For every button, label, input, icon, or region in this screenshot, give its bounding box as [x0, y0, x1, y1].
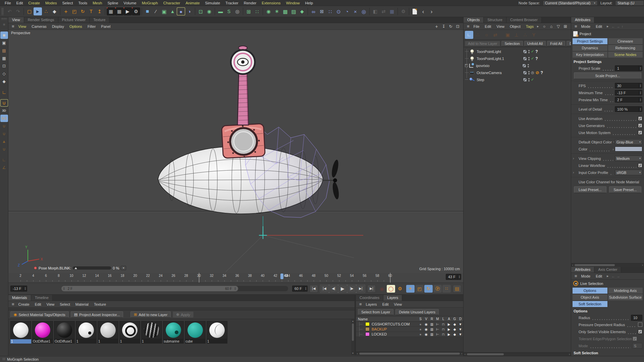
object-row[interactable]: ipovrixio — [464, 62, 571, 69]
goto-start-button[interactable]: |◀ — [310, 285, 318, 293]
visibility-dots-icon[interactable] — [528, 71, 530, 74]
selection-button[interactable]: Selection — [501, 41, 523, 46]
enabled-check-icon[interactable]: ✓ — [531, 77, 534, 82]
menu-tags[interactable]: Tags — [523, 24, 536, 28]
tab-picture-viewer[interactable]: Picture Viewer — [58, 17, 90, 23]
select-from-layer-button[interactable]: Select from Layer — [358, 309, 393, 315]
min-time-field[interactable]: -13 F ▴▾ — [10, 286, 27, 292]
apply-button[interactable]: ⊕Apply — [173, 311, 194, 318]
spline-arc-icon[interactable]: S — [225, 7, 233, 15]
voronoi-fracture-icon[interactable]: ▩ — [281, 7, 289, 15]
model-mode-icon[interactable]: ■ — [0, 32, 8, 39]
periscope[interactable] — [231, 46, 255, 125]
tab-materials[interactable]: Materials — [8, 295, 31, 301]
stepper-icon[interactable]: ▴▾ — [639, 83, 642, 88]
menu-overflow-icon[interactable]: ▸ — [607, 274, 609, 278]
nav-back-icon[interactable]: ‹ — [419, 7, 427, 15]
menu-edit[interactable]: Edit — [32, 302, 44, 306]
render-queue-icon[interactable]: ▶ — [123, 7, 132, 15]
rotate-icon[interactable]: ↻ — [78, 7, 87, 15]
deformers-icon[interactable]: ▼ — [458, 322, 463, 326]
lock-icon[interactable]: ⊓ — [440, 327, 446, 331]
array-grid-icon[interactable]: ∷ — [326, 7, 334, 15]
hamburger-icon[interactable]: ≡ — [573, 274, 579, 279]
menu-file[interactable]: File — [2, 1, 14, 5]
material-item[interactable]: 1 — [98, 321, 118, 355]
objects-scrollbar[interactable]: ‹› — [464, 352, 571, 356]
record-active-objects-icon[interactable]: ◉ — [378, 285, 386, 293]
camera-label[interactable]: Perspective — [11, 31, 30, 35]
manager-icon[interactable]: ⊢ — [435, 327, 440, 331]
menu-edit[interactable]: Edit — [482, 24, 494, 28]
generators-icon[interactable]: ◆ — [452, 333, 458, 336]
tab-structure[interactable]: Structure — [484, 17, 506, 23]
layers-scrollbar[interactable]: ‹› — [356, 352, 463, 355]
hamburger-icon[interactable]: ≡ — [10, 24, 16, 29]
autokeying-icon[interactable]: ◯ — [387, 285, 395, 293]
snap-vertex-icon[interactable]: ∪ — [0, 130, 8, 137]
goto-prev-key-button[interactable]: |◀ — [320, 285, 329, 293]
move-icon[interactable]: + — [62, 7, 70, 15]
input-color-profile-select[interactable]: sRGB▾ — [615, 170, 642, 175]
object-row[interactable]: ToonPointLight.1✓? — [464, 55, 571, 62]
tab-button-key-interpolation[interactable]: Key Interpolation — [572, 51, 608, 58]
om-path-icon[interactable]: ⌂ — [548, 23, 555, 29]
add-cube-icon[interactable]: ■ — [143, 7, 152, 15]
undo-icon[interactable]: ↶ — [5, 7, 14, 15]
polygon-mode-icon[interactable]: ◆ — [0, 78, 8, 85]
menu-material[interactable]: Material — [73, 302, 91, 306]
expand-arrow-icon[interactable]: › — [573, 171, 574, 174]
object-row[interactable]: OctaneCamera◎⊘? — [464, 69, 571, 76]
workplane-icon[interactable]: ∟ — [0, 156, 8, 164]
particles-icon[interactable]: ∗ — [273, 7, 281, 15]
tab-axis-center[interactable]: Axis Center — [594, 267, 621, 273]
menu-spline[interactable]: Spline — [105, 1, 121, 5]
question-tag-icon[interactable]: ? — [535, 49, 538, 54]
om-swap-icon[interactable]: ⇄ — [491, 31, 499, 39]
manager-icon[interactable]: ⊢ — [435, 322, 440, 326]
sweep-icon[interactable]: ◎ — [233, 7, 241, 15]
preview-range-bar[interactable]: ‖ 2 F 60 F ‖ — [61, 286, 238, 291]
om-find-icon[interactable]: ○ — [482, 31, 491, 39]
menu-edit[interactable]: Edit — [593, 274, 605, 278]
hamburger-icon[interactable]: ≡ — [573, 24, 579, 29]
animation-icon[interactable]: ▶ — [446, 322, 452, 326]
use-motion-system-checkbox[interactable]: ✓ — [638, 130, 642, 135]
tool-history-icon[interactable]: ∗ — [0, 21, 8, 28]
material-item[interactable]: 1 — [119, 321, 140, 355]
tab-button-scene-nodes[interactable]: Scene Nodes — [608, 51, 643, 58]
spline-pen-icon[interactable]: ∕ — [152, 7, 160, 15]
object-row[interactable]: ToonPointLight✓? — [464, 48, 571, 55]
animation-palette-icon[interactable]: ▤ — [0, 47, 8, 54]
linear-workflow-checkbox[interactable]: ✓ — [638, 163, 642, 168]
question-tag-icon[interactable]: ? — [535, 56, 538, 61]
radius-field[interactable]: 10 — [631, 315, 642, 321]
key-pla-icon[interactable]: ∷ — [442, 285, 451, 293]
history-arrows-icon[interactable]: ←→ — [611, 274, 622, 278]
rigid-body-icon[interactable]: ◉ — [264, 7, 273, 15]
materials-scrollbar[interactable]: ▴▾ — [351, 319, 355, 355]
render-icon[interactable]: ▥ — [429, 327, 435, 331]
menu-edit[interactable]: Edit — [14, 1, 26, 5]
menu-mode[interactable]: Mode — [579, 24, 593, 28]
time-pie-icon[interactable]: ◔ — [343, 7, 351, 15]
layer-name[interactable]: BACKUP — [372, 327, 418, 331]
menu-create[interactable]: Create — [16, 302, 32, 306]
preview-min-time-field[interactable]: 2 F▴▾ — [615, 97, 642, 103]
menu-tracker[interactable]: Tracker — [223, 1, 241, 5]
cloner-icon[interactable]: ⊞ — [245, 7, 253, 15]
om-state-icon[interactable]: ∴ — [474, 31, 482, 39]
point-mode-icon[interactable]: ⊡ — [0, 62, 8, 70]
tab-button-soft-selection[interactable]: Soft Selection — [572, 301, 608, 307]
new-scene-icon[interactable] — [411, 7, 419, 15]
menu-select[interactable]: Select — [59, 1, 75, 5]
material-item[interactable]: submarine — [163, 321, 184, 355]
tab-button-subdivision-surface[interactable]: Subdivision Surface — [608, 294, 643, 301]
menu-select[interactable]: Select — [57, 302, 73, 306]
layer-row[interactable]: CGSHORTCUTS.COM●◉▥⊢⊓▶◆▼ — [356, 322, 463, 327]
range-right-grip[interactable]: ‖ — [234, 287, 236, 291]
tweak-select-icon[interactable]: ∴ — [42, 7, 50, 15]
stepper-icon[interactable]: ▴▾ — [23, 286, 27, 291]
tab-button-referencing[interactable]: Referencing — [608, 45, 643, 51]
menu-display[interactable]: Display — [49, 24, 67, 28]
